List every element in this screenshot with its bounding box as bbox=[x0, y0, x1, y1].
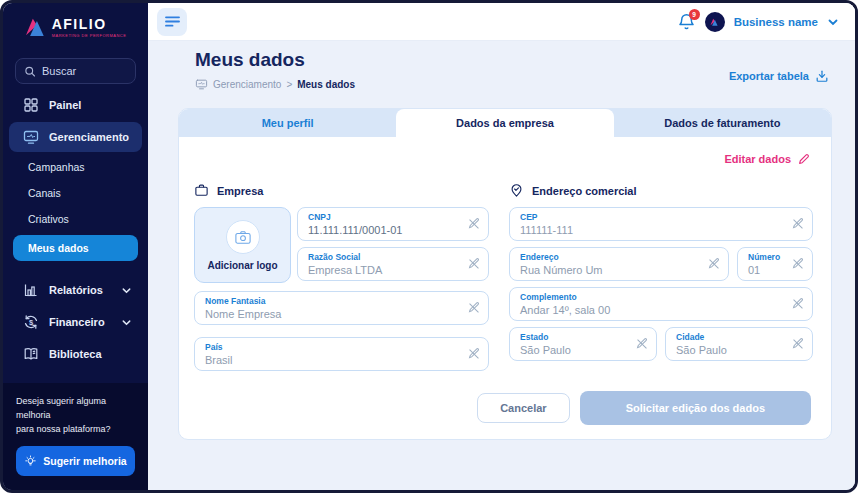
suggest-improvement-button[interactable]: Sugerir melhoria bbox=[16, 446, 135, 476]
field-value: Andar 14º, sala 00 bbox=[520, 304, 786, 316]
monitor-icon bbox=[195, 79, 208, 90]
sidebar-subitem-canais[interactable]: Canais bbox=[3, 180, 148, 206]
nome-fantasia-field[interactable]: Nome Fantasia Nome Empresa bbox=[194, 291, 489, 325]
complemento-field[interactable]: Complemento Andar 14º, sala 00 bbox=[509, 287, 813, 321]
export-table-link[interactable]: Exportar tabela bbox=[729, 69, 829, 83]
tab-dados-de-faturamento[interactable]: Dados de faturamento bbox=[614, 109, 831, 137]
field-label: País bbox=[205, 342, 462, 352]
add-logo-label: Adicionar logo bbox=[208, 260, 278, 271]
avatar[interactable] bbox=[705, 12, 725, 32]
field-label: Número bbox=[748, 252, 786, 262]
field-value: São Paulo bbox=[676, 344, 786, 356]
company-section: Empresa Adicionar logo C bbox=[194, 183, 489, 371]
field-value: Rua Número Um bbox=[520, 264, 702, 276]
suggest-button-label: Sugerir melhoria bbox=[43, 455, 126, 467]
numero-field[interactable]: Número 01 bbox=[737, 247, 813, 281]
sidebar-footer: Deseja sugerir alguma melhoria para noss… bbox=[3, 383, 148, 490]
map-pin-check-icon bbox=[509, 183, 524, 198]
notification-badge: 9 bbox=[689, 9, 700, 20]
sidebar-item-biblioteca[interactable]: Biblioteca bbox=[9, 339, 142, 369]
request-data-edit-button[interactable]: Solicitar edição dos dados bbox=[580, 391, 811, 425]
edit-off-icon bbox=[467, 217, 481, 231]
sidebar: AFILIO MARKETING DE PERFORMANCE Painel G… bbox=[3, 3, 148, 490]
sidebar-item-financeiro[interactable]: $ Financeiro bbox=[9, 307, 142, 337]
page-title: Meus dados bbox=[195, 49, 355, 71]
pais-field[interactable]: País Brasil bbox=[194, 337, 489, 371]
breadcrumb-separator: > bbox=[286, 79, 292, 90]
camera-icon bbox=[234, 229, 252, 245]
sidebar-search[interactable] bbox=[15, 58, 136, 84]
breadcrumb-parent[interactable]: Gerenciamento bbox=[213, 79, 281, 90]
edit-off-icon bbox=[467, 301, 481, 315]
chevron-down-icon bbox=[121, 285, 132, 296]
lightbulb-icon bbox=[24, 455, 37, 468]
breadcrumb-current: Meus dados bbox=[297, 79, 355, 90]
add-logo-button[interactable]: Adicionar logo bbox=[194, 207, 291, 283]
field-value: 11.111.111/0001-01 bbox=[308, 224, 462, 236]
sidebar-subitem-campanhas[interactable]: Campanhas bbox=[3, 154, 148, 180]
field-label: Estado bbox=[520, 332, 630, 342]
brand-logo: AFILIO MARKETING DE PERFORMANCE bbox=[3, 3, 148, 42]
sidebar-toggle-button[interactable] bbox=[157, 8, 187, 36]
chevron-down-icon bbox=[121, 317, 132, 328]
sidebar-item-relatorios[interactable]: Relatórios bbox=[9, 275, 142, 305]
download-icon bbox=[815, 69, 829, 83]
cnpj-field[interactable]: CNPJ 11.111.111/0001-01 bbox=[297, 207, 489, 241]
brand-name: AFILIO bbox=[52, 16, 127, 32]
address-section-title: Endereço comercial bbox=[532, 185, 637, 197]
sidebar-subitem-criativos[interactable]: Criativos bbox=[3, 206, 148, 232]
breadcrumb: Gerenciamento > Meus dados bbox=[195, 79, 355, 90]
cidade-field[interactable]: Cidade São Paulo bbox=[665, 327, 813, 361]
edit-off-icon bbox=[791, 217, 805, 231]
edit-off-icon bbox=[791, 257, 805, 271]
field-value: Empresa LTDA bbox=[308, 264, 462, 276]
book-icon bbox=[23, 346, 39, 362]
edit-off-icon bbox=[635, 337, 649, 351]
search-input[interactable] bbox=[42, 65, 127, 77]
cancel-button[interactable]: Cancelar bbox=[477, 393, 569, 423]
tab-bar: Meu perfil Dados da empresa Dados de fat… bbox=[179, 109, 831, 137]
sidebar-subitem-meus-dados[interactable]: Meus dados bbox=[13, 235, 138, 261]
chevron-down-icon[interactable] bbox=[827, 16, 839, 28]
tab-dados-da-empresa[interactable]: Dados da empresa bbox=[396, 109, 613, 137]
app-window: AFILIO MARKETING DE PERFORMANCE Painel G… bbox=[0, 0, 858, 493]
sidebar-item-gerenciamento[interactable]: Gerenciamento bbox=[9, 122, 142, 152]
field-label: Razão Social bbox=[308, 252, 462, 262]
sidebar-item-label: Financeiro bbox=[49, 316, 105, 328]
suggestion-prompt: Deseja sugerir alguma melhoria para noss… bbox=[16, 395, 135, 437]
briefcase-icon bbox=[194, 183, 209, 198]
search-icon bbox=[24, 65, 36, 78]
edit-off-icon bbox=[467, 347, 481, 361]
cep-field[interactable]: CEP 111111-111 bbox=[509, 207, 813, 241]
field-value: Nome Empresa bbox=[205, 308, 462, 320]
pencil-icon bbox=[797, 152, 811, 166]
monitor-icon bbox=[23, 129, 39, 145]
company-section-title: Empresa bbox=[217, 185, 263, 197]
edit-data-link[interactable]: Editar dados bbox=[194, 150, 811, 168]
brand-tagline: MARKETING DE PERFORMANCE bbox=[52, 33, 127, 38]
main-area: 9 Business name Meus dados Gerenciamento… bbox=[148, 3, 855, 490]
sidebar-item-label: Painel bbox=[49, 99, 81, 111]
topbar: 9 Business name bbox=[148, 3, 855, 41]
sidebar-item-label: Gerenciamento bbox=[49, 131, 129, 143]
edit-off-icon bbox=[467, 257, 481, 271]
address-section: Endereço comercial CEP 111111-111 Endere… bbox=[509, 183, 813, 371]
bar-chart-icon bbox=[23, 282, 39, 298]
field-value: 01 bbox=[748, 264, 786, 276]
notifications-button[interactable]: 9 bbox=[677, 12, 696, 31]
currency-refresh-icon: $ bbox=[23, 314, 39, 330]
account-name[interactable]: Business name bbox=[734, 16, 818, 28]
edit-data-label: Editar dados bbox=[724, 153, 791, 165]
afilio-mark-icon bbox=[25, 17, 47, 37]
avatar-emblem-icon bbox=[710, 18, 719, 26]
gerenciamento-submenu: Campanhas Canais Criativos Meus dados bbox=[3, 154, 148, 261]
field-label: Cidade bbox=[676, 332, 786, 342]
endereco-field[interactable]: Endereço Rua Número Um bbox=[509, 247, 729, 281]
tab-meu-perfil[interactable]: Meu perfil bbox=[179, 109, 396, 137]
estado-field[interactable]: Estado São Paulo bbox=[509, 327, 657, 361]
field-label: CEP bbox=[520, 212, 786, 222]
dashboard-icon bbox=[23, 97, 39, 113]
export-table-label: Exportar tabela bbox=[729, 70, 809, 82]
razao-social-field[interactable]: Razão Social Empresa LTDA bbox=[297, 247, 489, 281]
sidebar-item-painel[interactable]: Painel bbox=[9, 90, 142, 120]
